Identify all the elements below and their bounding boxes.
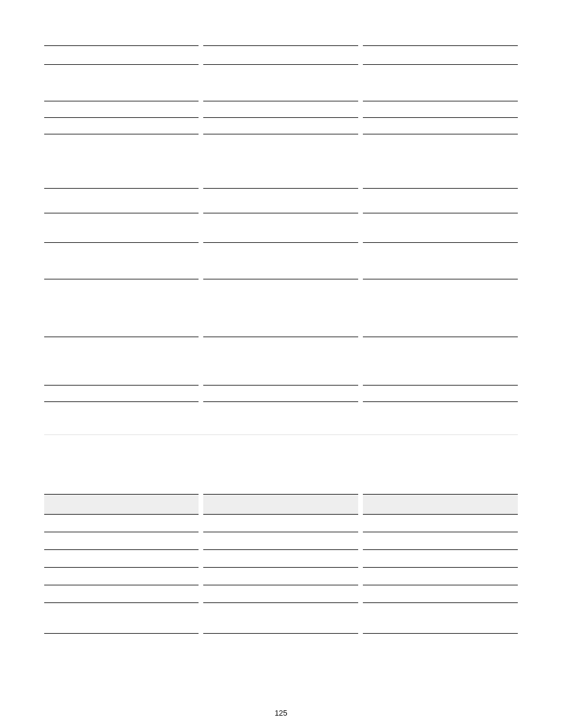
table-cell [203,117,358,134]
table-cell [203,532,358,549]
table-cell [44,45,199,64]
table-row [44,45,518,64]
table-cell [203,279,358,337]
table-cell [203,21,358,45]
table-cell [363,45,518,64]
table-cell [203,64,358,101]
table-cell [44,134,199,188]
table-cell [203,188,358,213]
table-cell [363,514,518,532]
table-cell [203,514,358,532]
table-cell [44,585,199,602]
table-cell [203,602,358,633]
table-row [44,242,518,279]
table-cell [363,64,518,101]
table-cell [44,549,199,567]
table-cell [44,602,199,633]
table-row [44,21,518,45]
table-cell [203,633,358,654]
table-cell [203,45,358,64]
table-row [44,279,518,337]
table-row [44,117,518,134]
table-row [44,549,518,567]
table-cell [44,279,199,337]
table-cell [44,117,199,134]
table-cell [44,64,199,101]
table-cell [44,242,199,279]
table-cell [363,337,518,385]
table-cell [44,21,199,45]
table-cell [363,21,518,45]
table-cell [363,532,518,549]
table-cell [203,213,358,242]
table-cell [203,585,358,602]
table-cell [44,567,199,585]
table-cell [203,385,358,401]
table-cell [363,213,518,242]
table-cell [363,279,518,337]
table-row [44,101,518,117]
table-cell [44,532,199,549]
table-cell [363,117,518,134]
table-cell [44,633,199,654]
table-cell [363,549,518,567]
table-cell [44,514,199,532]
table-cell [363,585,518,602]
table-cell [363,188,518,213]
table-2-header-row [44,494,518,514]
table-cell [363,633,518,654]
table-cell [44,337,199,385]
table-cell [44,213,199,242]
table-cell [203,101,358,117]
table-cell [44,101,199,117]
table-cell [363,602,518,633]
table-cell [203,337,358,385]
table-2-header-cell [203,494,358,514]
table-cell [363,134,518,188]
table-row [44,134,518,188]
table-cell [44,385,199,401]
table-cell [44,188,199,213]
table-cell [203,134,358,188]
table-row [44,514,518,532]
table-row [44,385,518,401]
table-row [44,567,518,585]
page-number: 125 [0,709,562,717]
table-row [44,337,518,385]
section-divider [44,434,518,435]
table-row [44,633,518,654]
table-cell [363,567,518,585]
table-row [44,532,518,549]
table-row [44,213,518,242]
table-row [44,188,518,213]
table-2 [44,494,518,655]
table-2-header-cell [44,494,199,514]
table-2-header-cell [363,494,518,514]
table-row [44,64,518,101]
table-row [44,602,518,633]
table-cell [363,242,518,279]
table-row [44,585,518,602]
table-cell [203,242,358,279]
table-cell [363,385,518,401]
table-cell [203,549,358,567]
table-cell [363,101,518,117]
table-1 [44,21,518,402]
table-cell [203,567,358,585]
